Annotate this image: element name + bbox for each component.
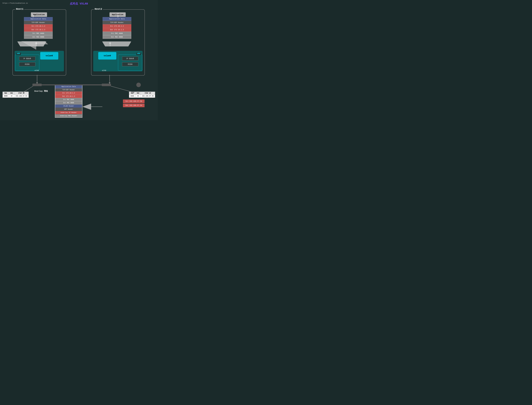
host2-neighbor-table: 邻居表 [122, 62, 138, 66]
svg-marker-23 [82, 104, 91, 110]
host2-vrf-label: VRF [136, 53, 141, 55]
host2-pkt-dst-ip: Dst 172.18.1.3 [103, 28, 131, 32]
center-pkt-src-ip: Src 172.18.1.2 [55, 91, 82, 95]
host1-ip-table: IP 路由表 [19, 57, 35, 61]
host1-label: Host1 [15, 8, 24, 10]
host1-app-label: Application [33, 14, 45, 16]
center-pkt-vxlan: VXLAN Header [55, 104, 82, 108]
host1-pkt-src-ip: Src 172.18.1.2 [24, 24, 53, 28]
fdb-left-col-mac: MAC [3, 92, 9, 95]
fdb-left-col-vni: VNI [9, 92, 14, 95]
fdb-left-row: BBBB 42 192.168.57.54 [3, 95, 29, 98]
fdb-right-col-vtep: VTEP IP [141, 92, 155, 95]
fdb-left-mac: BBBB [3, 95, 9, 98]
fdb-left-vni: 42 [9, 95, 14, 98]
underlay-src: Src 192.168.57.50 [123, 100, 145, 103]
overlay-label: Overlay 网络 [34, 90, 48, 93]
svg-marker-14 [109, 82, 110, 84]
center-pkt-src-mac: Src MAC AAAA [55, 98, 82, 101]
host2-packet-stack: Application Data TCP/UDP Header Src 172.… [103, 17, 131, 39]
host1-neighbor-table: 邻居表 [19, 62, 35, 66]
host2-vrf-area: VRF IP 路由表 邻居表 [118, 54, 142, 71]
host2-app-label: Application [112, 14, 123, 16]
svg-line-19 [23, 86, 33, 92]
underlay-dst: Dst 192.168.57.54 [123, 104, 145, 107]
host1-pkt-app: Application Data [24, 17, 53, 21]
fdb-right-col-vni: VNI [135, 92, 141, 95]
center-packet: Application Data TCP/UDP Header Src 172.… [55, 85, 82, 118]
svg-line-21 [111, 86, 134, 92]
host2-app-box: Application [109, 12, 126, 17]
page-title: 点对点 VXLAN [70, 2, 88, 6]
host1-pkt-tcp: TCP/UDP Header [24, 21, 53, 24]
host1-box: Host1 Application Application Data TCP/U… [13, 9, 66, 75]
center-pkt-underlay-mac: Underlay MAC Header [55, 114, 82, 117]
host2-vxlan-label: vxlan0 [104, 55, 111, 57]
host2-box: Host2 Application Application Data TCP/U… [91, 9, 145, 75]
host1-pkt-dst-ip: Dst 172.18.1.3 [24, 28, 53, 32]
fdb-right-row: AAAA 42 192.168.57.50 [129, 95, 155, 98]
host2-label: Host2 [94, 8, 103, 10]
page-wrapper: https://fuckcloudnative.io 点对点 VXLAN Hos… [0, 0, 158, 120]
host1-vrf-area: VRF IP 路由表 邻居表 [15, 54, 39, 71]
svg-point-18 [136, 83, 141, 87]
center-pkt-dst-mac: Dst MAC BBBB [55, 101, 82, 104]
host1-app-box: Application [31, 12, 47, 17]
host2-pkt-src-ip: Src 172.18.1.2 [103, 24, 131, 28]
host1-vrf-label: VRF [16, 53, 21, 55]
fdb-table-right: MAC VNI VTEP IP AAAA 42 192.168.57.50 [129, 92, 155, 98]
site-url: https://fuckcloudnative.io [2, 2, 28, 4]
host2-vxlan-box: vxlan0 [98, 52, 116, 60]
center-pkt-dst-ip: Dst 172.18.1.3 [55, 95, 82, 98]
host2-pkt-dst-mac: Dst MAC BBBB [103, 35, 131, 39]
center-pkt-underlay-ip: Underlay IP Header [55, 111, 82, 114]
host1-pkt-src-mac: Src MAC AAAA [24, 32, 53, 35]
fdb-right-mac: AAAA [129, 95, 135, 98]
fdb-right-col-mac: MAC [129, 92, 135, 95]
host2-pkt-src-mac: Src MAC AAAA [103, 32, 131, 35]
host1-vxlan-box: vxlan0 [40, 52, 58, 60]
host1-eth-label: eth0 [34, 69, 39, 72]
host2-ip-table: IP 路由表 [122, 57, 138, 61]
svg-rect-16 [102, 84, 111, 86]
fdb-left-vtep: 192.168.57.54 [14, 95, 29, 98]
fdb-table-left: MAC VNI VTEP IP BBBB 42 192.168.57.54 [2, 92, 29, 98]
center-pkt-app: Application Data [55, 85, 82, 88]
host2-pkt-app: Application Data [103, 17, 131, 21]
host1-packet-stack: Application Data TCP/UDP Header Src 172.… [24, 17, 53, 39]
host2-eth-label: eth0 [102, 69, 106, 72]
fdb-right-vni: 42 [135, 95, 141, 98]
fdb-right-vtep: 192.168.57.50 [141, 95, 155, 98]
center-pkt-tcp: TCP/UDP Header [55, 88, 82, 91]
host1-pkt-dst-mac: Dst MAC BBBB [24, 35, 53, 39]
svg-rect-15 [33, 84, 42, 86]
fdb-left-col-vtep: VTEP IP [14, 92, 29, 95]
host2-pkt-tcp: TCP/UDP Header [103, 21, 131, 24]
center-pkt-udp: UDP Header [55, 108, 82, 111]
underlay-detail: Src 192.168.57.50 Dst 192.168.57.54 [123, 100, 145, 108]
host1-vxlan-label: vxlan0 [46, 55, 53, 57]
svg-marker-12 [36, 82, 38, 84]
